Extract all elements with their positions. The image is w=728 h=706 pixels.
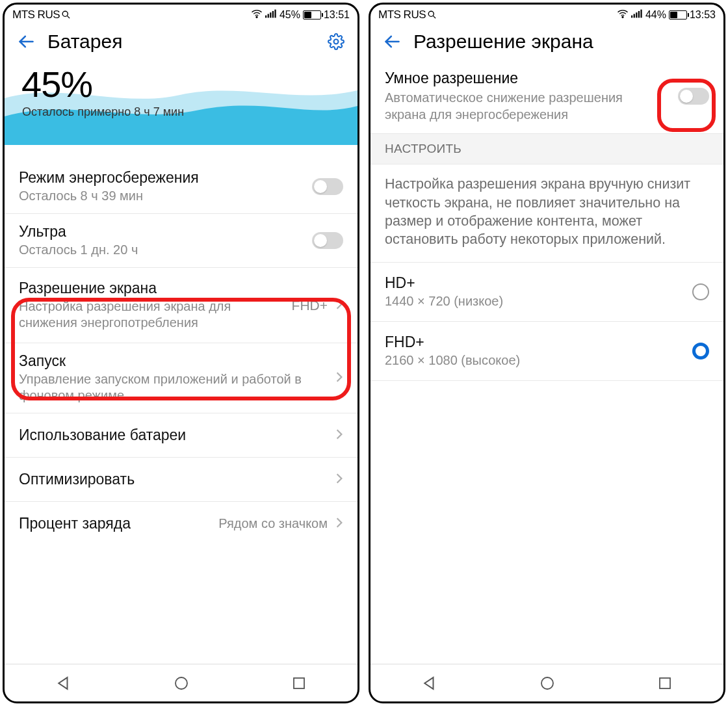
- svg-point-9: [334, 40, 339, 44]
- row-title: Разрешение экрана: [19, 280, 284, 297]
- ultra-toggle[interactable]: [312, 232, 343, 249]
- back-button[interactable]: [16, 32, 36, 51]
- row-subtitle: Осталось 8 ч 39 мин: [19, 188, 304, 204]
- smart-resolution-toggle[interactable]: [678, 88, 709, 105]
- chevron-right-icon: [335, 428, 343, 443]
- battery-icon: [303, 10, 321, 20]
- settings-list: Режим энергосбережения Осталось 8 ч 39 м…: [5, 160, 358, 664]
- option-title: HD+: [385, 274, 684, 292]
- svg-rect-7: [274, 10, 276, 18]
- chevron-right-icon: [335, 298, 343, 313]
- nav-recent-button[interactable]: [289, 673, 309, 693]
- row-percent-display[interactable]: Процент заряда Рядом со значком: [5, 502, 358, 545]
- svg-rect-4: [268, 14, 269, 18]
- carrier-label: MTS RUS: [378, 8, 426, 21]
- power-saving-toggle[interactable]: [312, 178, 343, 195]
- row-value: Рядом со значком: [218, 516, 328, 531]
- nav-home-button[interactable]: [172, 673, 191, 693]
- radio-hd[interactable]: [692, 283, 709, 300]
- svg-rect-19: [636, 12, 637, 18]
- signal-icon: [631, 9, 643, 21]
- chevron-right-icon: [335, 473, 343, 487]
- svg-line-15: [433, 16, 436, 18]
- row-power-saving[interactable]: Режим энергосбережения Осталось 8 ч 39 м…: [5, 160, 358, 214]
- search-icon: [427, 10, 437, 21]
- svg-rect-6: [272, 11, 274, 18]
- clock-label: 13:51: [324, 9, 350, 21]
- svg-rect-25: [660, 678, 670, 688]
- row-subtitle: Автоматическое снижение разрешения экран…: [385, 90, 666, 123]
- svg-point-12: [176, 677, 187, 689]
- page-header: Разрешение экрана: [370, 24, 723, 59]
- option-title: FHD+: [385, 333, 684, 351]
- section-info-text: Настройка разрешения экрана вручную сниз…: [370, 164, 723, 263]
- svg-rect-3: [265, 16, 266, 18]
- row-subtitle: Осталось 1 дн. 20 ч: [19, 242, 304, 258]
- settings-gear-button[interactable]: [326, 32, 346, 51]
- battery-percent-label: 44%: [645, 9, 666, 21]
- nav-bar: [370, 664, 723, 701]
- svg-marker-11: [58, 677, 67, 689]
- page-title: Разрешение экрана: [413, 31, 712, 53]
- page-title: Батарея: [47, 31, 315, 53]
- svg-point-16: [622, 16, 623, 18]
- nav-back-button[interactable]: [54, 673, 73, 693]
- row-subtitle: Настройка разрешения экрана для снижения…: [19, 298, 284, 331]
- nav-back-button[interactable]: [420, 673, 439, 693]
- row-subtitle: Управление запуском приложений и работой…: [19, 371, 328, 404]
- row-title: Ультра: [19, 223, 304, 241]
- chevron-right-icon: [335, 517, 343, 531]
- status-bar: MTS RUS 44% 13:53: [370, 5, 723, 24]
- row-title: Запуск: [19, 352, 328, 370]
- battery-hero: 45% Осталось примерно 8 ч 7 мин: [5, 59, 358, 160]
- phone-resolution-settings: MTS RUS 44% 13:53 Разрешение экрана Умно…: [369, 3, 725, 703]
- carrier-label: MTS RUS: [12, 8, 60, 21]
- nav-recent-button[interactable]: [655, 673, 675, 693]
- row-value: FHD+: [292, 298, 328, 313]
- svg-rect-20: [638, 11, 640, 18]
- clock-label: 13:53: [690, 9, 716, 21]
- option-hd[interactable]: HD+ 1440 × 720 (низкое): [370, 263, 723, 322]
- row-screen-resolution[interactable]: Разрешение экрана Настройка разрешения э…: [5, 268, 358, 343]
- svg-rect-17: [631, 16, 632, 18]
- svg-point-14: [428, 11, 434, 16]
- signal-icon: [265, 9, 277, 21]
- svg-rect-13: [294, 678, 304, 688]
- nav-bar: [5, 664, 358, 701]
- row-ultra[interactable]: Ультра Осталось 1 дн. 20 ч: [5, 214, 358, 268]
- row-startup[interactable]: Запуск Управление запуском приложений и …: [5, 343, 358, 413]
- battery-icon: [669, 10, 687, 20]
- row-title: Использование батареи: [19, 426, 328, 444]
- option-subtitle: 2160 × 1080 (высокое): [385, 352, 684, 369]
- battery-percentage-display: 45%: [5, 59, 358, 105]
- status-bar: MTS RUS 45% 13:51: [5, 5, 358, 24]
- radio-fhd[interactable]: [692, 343, 709, 360]
- svg-rect-18: [634, 14, 635, 18]
- page-header: Батарея: [5, 24, 358, 59]
- battery-remaining-label: Осталось примерно 8 ч 7 мин: [5, 105, 358, 119]
- row-title: Оптимизировать: [19, 471, 328, 488]
- battery-percent-label: 45%: [280, 9, 300, 21]
- row-smart-resolution[interactable]: Умное разрешение Автоматическое снижение…: [370, 59, 723, 134]
- nav-home-button[interactable]: [538, 673, 557, 693]
- option-fhd[interactable]: FHD+ 2160 × 1080 (высокое): [370, 322, 723, 381]
- row-title: Умное разрешение: [385, 70, 666, 87]
- section-header-configure: НАСТРОИТЬ: [370, 134, 723, 164]
- row-title: Режим энергосбережения: [19, 169, 304, 187]
- svg-line-1: [67, 16, 70, 18]
- chevron-right-icon: [335, 371, 343, 386]
- option-subtitle: 1440 × 720 (низкое): [385, 293, 684, 309]
- svg-marker-23: [424, 677, 433, 689]
- wifi-icon: [251, 9, 263, 21]
- svg-point-0: [62, 11, 68, 16]
- row-title: Процент заряда: [19, 515, 211, 532]
- search-icon: [61, 10, 71, 21]
- svg-rect-10: [5, 145, 358, 160]
- svg-point-2: [256, 16, 257, 18]
- phone-battery-settings: MTS RUS 45% 13:51 Батарея: [3, 3, 359, 703]
- wifi-icon: [617, 9, 629, 21]
- svg-rect-5: [270, 12, 271, 18]
- back-button[interactable]: [382, 32, 402, 51]
- row-battery-usage[interactable]: Использование батареи: [5, 413, 358, 458]
- row-optimize[interactable]: Оптимизировать: [5, 458, 358, 502]
